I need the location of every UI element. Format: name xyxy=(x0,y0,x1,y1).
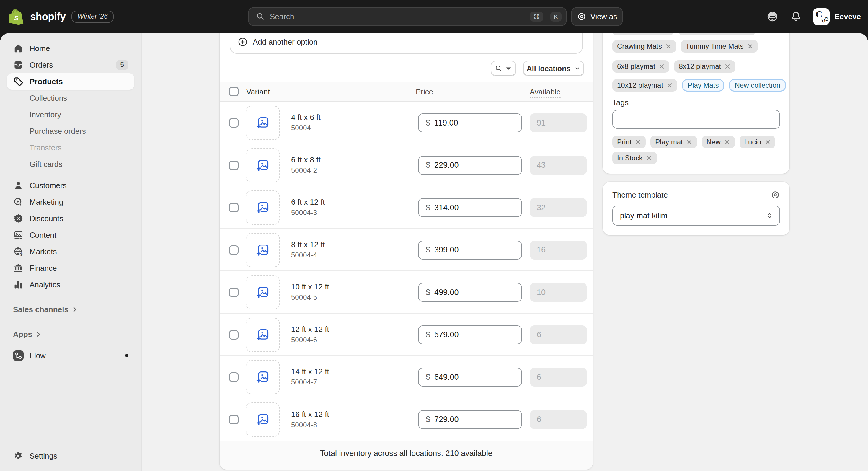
tag-chip[interactable]: Lucio xyxy=(740,136,775,148)
sidebar-item-flow[interactable]: Flow xyxy=(7,347,134,364)
available-input: 6 xyxy=(530,325,587,344)
close-icon[interactable] xyxy=(659,63,664,69)
sidebar-item-settings[interactable]: Settings xyxy=(7,448,134,464)
search-filter-button[interactable] xyxy=(491,61,516,76)
variant-sku: 50004 xyxy=(291,124,321,132)
price-input[interactable]: $649.00 xyxy=(418,368,522,386)
sidebar-section-sales-channels[interactable]: Sales channels xyxy=(7,301,134,318)
price-input[interactable]: $499.00 xyxy=(418,283,522,302)
add-image-placeholder[interactable] xyxy=(246,106,280,140)
available-column-header[interactable]: Available xyxy=(530,87,561,98)
sidekick-assistant-icon[interactable] xyxy=(766,10,779,23)
price-input[interactable]: $229.00 xyxy=(418,156,522,175)
brand[interactable]: S shopify Winter '26 xyxy=(8,0,114,33)
sidebar-item-gift-cards[interactable]: Gift cards xyxy=(7,156,134,172)
price-input[interactable]: $399.00 xyxy=(418,241,522,259)
row-checkbox[interactable] xyxy=(229,372,239,382)
collection-chip[interactable]: 6x8 playmat xyxy=(612,60,669,73)
globe-icon: $ xyxy=(13,246,24,257)
sidebar-item-marketing[interactable]: Marketing xyxy=(7,194,134,210)
theme-template-select[interactable]: play-mat-kilim xyxy=(612,206,780,226)
sidebar-item-products[interactable]: Products xyxy=(7,73,134,90)
price-input[interactable]: $579.00 xyxy=(418,325,522,344)
row-checkbox[interactable] xyxy=(229,118,239,128)
row-checkbox[interactable] xyxy=(229,288,239,297)
account-menu[interactable]: C US Eeveve xyxy=(813,8,861,25)
view-template-icon[interactable] xyxy=(771,190,780,200)
search-input[interactable]: Search ⌘ K xyxy=(248,7,567,26)
tag-chip[interactable]: Print xyxy=(612,136,646,148)
add-image-placeholder[interactable] xyxy=(246,190,280,225)
collection-chip[interactable]: 8x12 playmat xyxy=(674,60,735,73)
image-add-icon xyxy=(256,243,270,257)
row-checkbox[interactable] xyxy=(229,245,239,255)
view-as-button[interactable]: View as xyxy=(571,7,623,26)
close-icon[interactable] xyxy=(635,139,641,145)
variant-name[interactable]: 8 ft x 12 ft xyxy=(291,240,325,249)
locations-dropdown[interactable]: All locations xyxy=(523,61,584,76)
sidebar-item-markets[interactable]: $ Markets xyxy=(7,243,134,260)
variant-name[interactable]: 4 ft x 6 ft xyxy=(291,113,321,122)
close-icon[interactable] xyxy=(686,139,692,145)
close-icon[interactable] xyxy=(724,139,730,145)
collection-chip[interactable] xyxy=(678,33,755,35)
add-another-option-button[interactable]: Add another option xyxy=(237,37,318,47)
available-input: 6 xyxy=(530,368,587,386)
close-icon[interactable] xyxy=(665,43,671,49)
sidebar-item-inventory[interactable]: Inventory xyxy=(7,106,134,123)
variant-name[interactable]: 10 ft x 12 ft xyxy=(291,282,329,291)
sidebar-item-customers[interactable]: Customers xyxy=(7,177,134,194)
add-image-placeholder[interactable] xyxy=(246,360,280,394)
price-input[interactable]: $119.00 xyxy=(418,114,522,132)
sidebar-item-home[interactable]: Home xyxy=(7,40,134,57)
sidebar-item-transfers[interactable]: Transfers xyxy=(7,139,134,156)
suggested-collection-chip[interactable]: Play Mats xyxy=(682,79,724,92)
close-icon[interactable] xyxy=(747,43,753,49)
close-icon[interactable] xyxy=(666,83,673,88)
close-icon[interactable] xyxy=(765,139,771,145)
add-image-placeholder[interactable] xyxy=(246,403,280,437)
sidebar-item-discounts[interactable]: Discounts xyxy=(7,210,134,227)
row-checkbox[interactable] xyxy=(229,330,239,340)
app-frame: Home Orders 5 Products Collections Inven… xyxy=(0,33,868,471)
sidebar-item-orders[interactable]: Orders 5 xyxy=(7,57,134,73)
tags-input[interactable] xyxy=(612,110,780,129)
collection-chip[interactable]: Tummy Time Mats xyxy=(681,40,757,53)
row-checkbox[interactable] xyxy=(229,161,239,170)
variant-name[interactable]: 16 ft x 12 ft xyxy=(291,410,329,419)
sidebar-item-collections[interactable]: Collections xyxy=(7,90,134,106)
add-image-placeholder[interactable] xyxy=(246,275,280,310)
sidebar-item-purchase-orders[interactable]: Purchase orders xyxy=(7,123,134,139)
price-input[interactable]: $729.00 xyxy=(418,410,522,429)
collection-chip[interactable]: 10x12 playmat xyxy=(612,79,677,92)
available-input: 43 xyxy=(530,156,587,175)
add-image-placeholder[interactable] xyxy=(246,233,280,267)
row-checkbox[interactable] xyxy=(229,415,239,425)
add-image-placeholder[interactable] xyxy=(246,318,280,352)
search-icon xyxy=(256,12,265,21)
collection-chip[interactable] xyxy=(612,33,674,35)
sidebar-item-finance[interactable]: Finance xyxy=(7,260,134,276)
row-checkbox[interactable] xyxy=(229,203,239,212)
close-icon[interactable] xyxy=(724,63,731,69)
variant-name[interactable]: 6 ft x 12 ft xyxy=(291,197,325,207)
suggested-collection-chip[interactable]: New collection xyxy=(729,79,786,92)
variant-name[interactable]: 14 ft x 12 ft xyxy=(291,367,329,376)
sidebar-section-apps[interactable]: Apps xyxy=(7,326,134,343)
inventory-total-footer: Total inventory across all locations: 21… xyxy=(220,441,593,470)
variant-name[interactable]: 12 ft x 12 ft xyxy=(291,325,329,334)
tag-chip[interactable]: New xyxy=(702,136,735,148)
tag-chip[interactable]: In Stock xyxy=(612,152,657,164)
close-icon[interactable] xyxy=(646,155,652,161)
sidebar-item-analytics[interactable]: Analytics xyxy=(7,276,134,293)
marketing-icon xyxy=(13,197,24,207)
variant-name[interactable]: 6 ft x 8 ft xyxy=(291,155,321,164)
collection-chip[interactable]: Crawling Mats xyxy=(612,40,676,53)
tag-chip[interactable]: Play mat xyxy=(650,136,697,148)
price-input[interactable]: $314.00 xyxy=(418,198,522,217)
sidebar-item-content[interactable]: Content xyxy=(7,227,134,243)
select-all-checkbox[interactable] xyxy=(229,87,239,96)
chevron-down-icon xyxy=(574,65,581,72)
add-image-placeholder[interactable] xyxy=(246,148,280,183)
notifications-bell-icon[interactable] xyxy=(789,10,802,23)
